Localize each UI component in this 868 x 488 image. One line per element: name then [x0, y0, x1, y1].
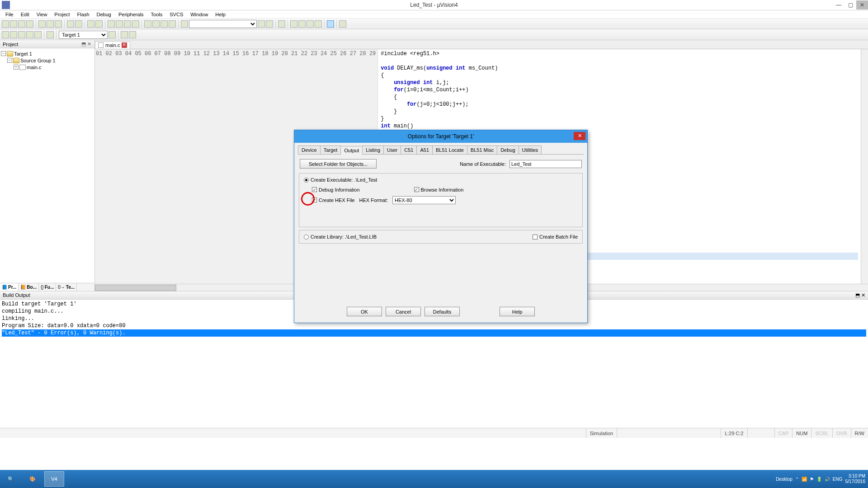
save-all-icon[interactable] — [26, 20, 33, 28]
select-folder-button[interactable]: Select Folder for Objects... — [300, 159, 377, 169]
tab-listing[interactable]: Listing — [362, 145, 384, 154]
tab-c51[interactable]: C51 — [401, 145, 417, 154]
tab-bl51-misc[interactable]: BL51 Misc — [467, 145, 497, 154]
rebuild-icon[interactable] — [18, 31, 25, 38]
paste-icon[interactable] — [55, 20, 62, 28]
hex-format-select[interactable]: HEX-80 — [392, 196, 456, 204]
bookmark-next-icon[interactable] — [124, 20, 131, 28]
debug-info-check[interactable]: Debug Information — [312, 187, 360, 192]
stop-build-icon[interactable] — [34, 31, 42, 38]
create-batch-check[interactable]: Create Batch File — [533, 234, 578, 239]
configure-icon[interactable] — [339, 20, 346, 28]
find-icon[interactable] — [181, 20, 188, 28]
menu-tools[interactable]: Tools — [147, 12, 166, 17]
bookmark-clear-icon[interactable] — [132, 20, 139, 28]
find-combo[interactable] — [189, 20, 257, 28]
tab-utilities[interactable]: Utilities — [519, 145, 542, 154]
file-tab-main[interactable]: main.c ✕ — [95, 41, 130, 49]
cut-icon[interactable] — [38, 20, 46, 28]
incremental-find-icon[interactable] — [266, 20, 273, 28]
tree-expand-icon[interactable]: − — [7, 58, 12, 63]
tab-templates[interactable]: 0→ Te... — [56, 283, 77, 291]
open-icon[interactable] — [10, 20, 17, 28]
menu-peripherals[interactable]: Peripherals — [115, 12, 147, 17]
pane-close-icon[interactable]: ✕ — [86, 41, 92, 47]
create-lib-radio[interactable]: Create Library: .\Led_Test.LIB — [304, 234, 377, 239]
create-hex-check[interactable]: Create HEX File — [312, 197, 354, 203]
nav-fwd-icon[interactable] — [95, 20, 103, 28]
file-tab-close-icon[interactable]: ✕ — [122, 42, 127, 48]
browse-info-check[interactable]: Browse Information — [414, 187, 464, 192]
help-button[interactable]: Help — [500, 307, 535, 316]
menu-file[interactable]: File — [2, 12, 17, 17]
pane-close-icon[interactable]: ✕ — [861, 292, 865, 298]
build-icon[interactable] — [10, 31, 17, 38]
redo-icon[interactable] — [75, 20, 82, 28]
close-button[interactable]: ✕ — [856, 0, 868, 9]
dialog-titlebar[interactable]: Options for Target 'Target 1' ✕ — [294, 130, 587, 143]
file-extensions-icon[interactable] — [129, 31, 136, 38]
tab-target[interactable]: Target — [320, 145, 341, 154]
minimize-button[interactable]: — — [833, 0, 844, 9]
menu-project[interactable]: Project — [51, 12, 73, 17]
download-icon[interactable] — [47, 31, 54, 38]
manage-components-icon[interactable] — [121, 31, 128, 38]
defaults-button[interactable]: Defaults — [425, 307, 460, 316]
menu-flash[interactable]: Flash — [74, 12, 93, 17]
tab-output[interactable]: Output — [340, 146, 363, 155]
find-in-files-icon[interactable] — [258, 20, 265, 28]
dialog-close-button[interactable]: ✕ — [574, 132, 585, 140]
translate-icon[interactable] — [2, 31, 9, 38]
tray-network-icon[interactable]: 📶 — [802, 477, 807, 482]
menu-svcs[interactable]: SVCS — [166, 12, 187, 17]
tree-target[interactable]: Target 1 — [14, 51, 32, 56]
target-select[interactable]: Target 1 — [59, 31, 108, 39]
window-layout-icon[interactable] — [327, 20, 334, 28]
breakpoint-kill-icon[interactable] — [315, 20, 322, 28]
outdent-icon[interactable] — [152, 20, 160, 28]
tray-volume-icon[interactable]: 🔊 — [825, 477, 830, 482]
debug-start-icon[interactable] — [278, 20, 285, 28]
menu-help[interactable]: Help — [212, 12, 229, 17]
cancel-button[interactable]: Cancel — [386, 307, 421, 316]
taskbar-app-1[interactable]: 🔍 — [1, 471, 21, 487]
nav-back-icon[interactable] — [87, 20, 94, 28]
maximize-button[interactable]: ▢ — [844, 0, 856, 9]
comment-icon[interactable] — [160, 20, 168, 28]
indent-icon[interactable] — [144, 20, 151, 28]
tab-functions[interactable]: {} Fu... — [39, 283, 56, 291]
bookmark-icon[interactable] — [108, 20, 115, 28]
tab-project[interactable]: 📘 Pr... — [0, 283, 19, 291]
breakpoint-enable-icon[interactable] — [298, 20, 306, 28]
menu-window[interactable]: Window — [187, 12, 212, 17]
copy-icon[interactable] — [47, 20, 54, 28]
bookmark-prev-icon[interactable] — [116, 20, 123, 28]
tray-clock[interactable]: 3:10 PM 5/17/2016 — [845, 474, 866, 484]
tray-chevron-icon[interactable]: ⌃ — [795, 477, 799, 482]
target-options-icon[interactable] — [108, 31, 116, 38]
ok-button[interactable]: OK — [347, 307, 382, 316]
pane-pin-icon[interactable]: ⬒ — [855, 292, 860, 298]
pane-pin-icon[interactable]: ⬒ — [81, 41, 86, 47]
tab-a51[interactable]: A51 — [416, 145, 433, 154]
desktop-button[interactable]: Desktop — [776, 477, 793, 482]
tree-group[interactable]: Source Group 1 — [20, 58, 56, 63]
tray-action-icon[interactable]: ⚑ — [810, 477, 814, 482]
taskbar-app-2[interactable]: 🎨 — [23, 471, 42, 487]
tab-bl51-locate[interactable]: BL51 Locate — [432, 145, 467, 154]
tray-battery-icon[interactable]: 🔋 — [816, 477, 822, 482]
tab-books[interactable]: 📙 Bo... — [19, 283, 39, 291]
tab-device[interactable]: Device — [298, 145, 321, 154]
tree-expand-icon[interactable]: − — [1, 51, 6, 56]
menu-view[interactable]: View — [33, 12, 51, 17]
menu-edit[interactable]: Edit — [17, 12, 33, 17]
breakpoint-disable-icon[interactable] — [307, 20, 314, 28]
tree-file[interactable]: main.c — [27, 65, 41, 70]
tab-user[interactable]: User — [383, 145, 401, 154]
tree-expand-icon[interactable]: + — [14, 65, 19, 70]
new-icon[interactable] — [2, 20, 9, 28]
undo-icon[interactable] — [67, 20, 74, 28]
batch-build-icon[interactable] — [26, 31, 33, 38]
vertical-scrollbar[interactable] — [861, 49, 868, 284]
menu-debug[interactable]: Debug — [93, 12, 115, 17]
